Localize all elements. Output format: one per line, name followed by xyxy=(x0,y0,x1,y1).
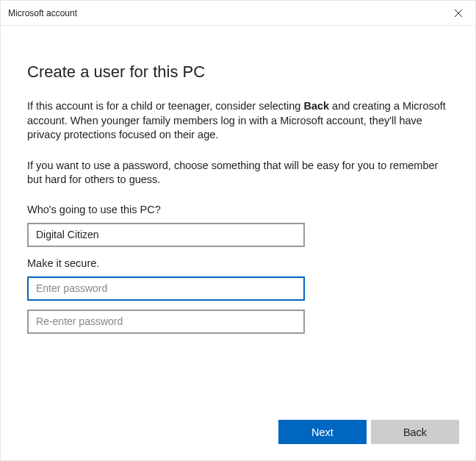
username-input[interactable] xyxy=(27,223,305,247)
password-input[interactable] xyxy=(27,276,305,301)
secure-label: Make it secure. xyxy=(27,257,449,269)
paragraph-child-account: If this account is for a child or teenag… xyxy=(27,99,449,143)
dialog-window: Microsoft account Create a user for this… xyxy=(0,0,476,461)
footer-buttons: Next Back xyxy=(278,420,459,444)
close-icon xyxy=(455,10,462,17)
titlebar: Microsoft account xyxy=(1,1,475,26)
paragraph-password-hint: If you want to use a password, choose so… xyxy=(27,159,449,187)
next-button[interactable]: Next xyxy=(278,420,367,444)
close-button[interactable] xyxy=(441,1,475,26)
page-heading: Create a user for this PC xyxy=(27,62,449,82)
username-label: Who's going to use this PC? xyxy=(27,204,449,215)
para1-pre: If this account is for a child or teenag… xyxy=(27,100,303,112)
password-confirm-input[interactable] xyxy=(27,310,305,334)
back-button[interactable]: Back xyxy=(371,420,459,444)
para1-bold: Back xyxy=(303,100,329,112)
window-title: Microsoft account xyxy=(8,8,77,18)
dialog-content: Create a user for this PC If this accoun… xyxy=(1,26,475,460)
